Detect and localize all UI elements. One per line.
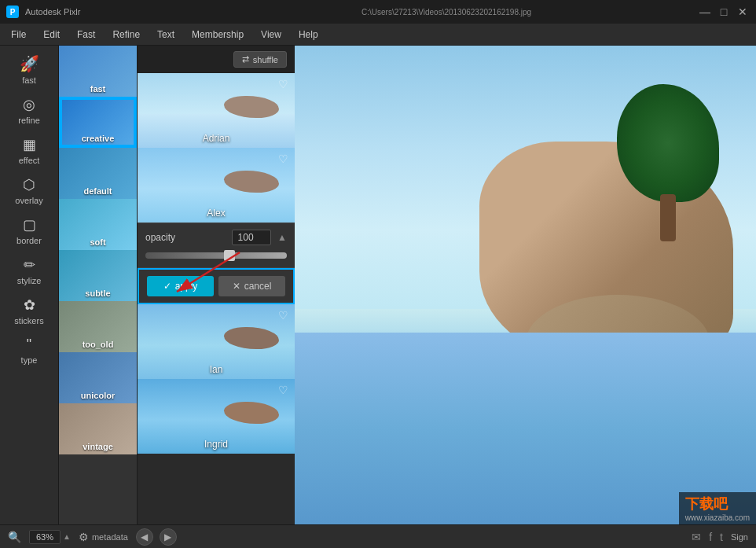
filter-thumb-ian[interactable]: ♡ Ian — [138, 304, 295, 379]
tool-stylize[interactable]: ✏ stylize — [2, 252, 57, 290]
tool-type[interactable]: " type — [2, 332, 57, 370]
apply-button[interactable]: ✓ apply — [147, 276, 214, 296]
filter-cat-fast[interactable]: fast — [59, 46, 137, 97]
menu-edit[interactable]: Edit — [35, 26, 68, 43]
cancel-label: cancel — [244, 281, 272, 292]
close-button[interactable]: ✕ — [736, 5, 750, 19]
filter-cat-default[interactable]: default — [59, 148, 137, 199]
tools-sidebar: 🚀 fast ◎ refine ▦ effect ⬡ overlay ▢ bor… — [0, 46, 59, 524]
watermark: 下载吧 www.xiazaiba.com — [679, 492, 756, 524]
email-icon[interactable]: ✉ — [692, 531, 701, 543]
filter-thumb-adrian[interactable]: ♡ Adrian — [138, 73, 295, 148]
nav-prev-button[interactable]: ◀ — [136, 528, 153, 546]
tool-effect[interactable]: ▦ effect — [2, 131, 57, 170]
opacity-slider[interactable] — [145, 252, 287, 259]
filter-thumb-adrian-label: Adrian — [138, 133, 295, 144]
filter-thumbnails[interactable]: ♡ Adrian ♡ Alex opacity ▲ — [138, 73, 295, 524]
heart-icon-adrian[interactable]: ♡ — [278, 78, 288, 90]
shuffle-label: shuffle — [253, 55, 278, 64]
canvas-scene — [295, 46, 756, 524]
menu-bar: File Edit Fast Refine Text Membership Vi… — [0, 24, 756, 46]
filter-cat-creative-label: creative — [82, 134, 115, 143]
canvas-tree-trunk — [660, 194, 676, 241]
menu-help[interactable]: Help — [291, 26, 326, 43]
cancel-button[interactable]: ✕ cancel — [218, 276, 285, 296]
menu-fast[interactable]: Fast — [69, 26, 103, 43]
filter-cat-creative[interactable]: creative — [59, 97, 137, 148]
canvas-area — [295, 46, 756, 524]
status-bar: 🔍 63% ▲ ⚙ metadata ◀ ▶ ✉ f t Sign — [0, 524, 756, 548]
zoom-control: 63% ▲ — [29, 530, 71, 544]
overlay-icon: ⬡ — [23, 176, 35, 193]
menu-text[interactable]: Text — [149, 26, 182, 43]
stickers-icon: ✿ — [24, 296, 35, 314]
filter-thumb-alex-label: Alex — [138, 208, 295, 219]
window-controls: — □ ✕ — [698, 5, 750, 19]
tool-type-label: type — [21, 355, 38, 365]
metadata-label: metadata — [92, 532, 128, 542]
watermark-text: 下载吧 — [685, 495, 750, 513]
heart-icon-ian[interactable]: ♡ — [278, 309, 288, 322]
tool-refine[interactable]: ◎ refine — [2, 91, 57, 130]
filter-cat-soft-label: soft — [90, 237, 105, 247]
minimize-button[interactable]: — — [698, 5, 712, 19]
title-bar: P Autodesk Pixlr C:\Users\27213\Videos\2… — [0, 0, 756, 24]
tool-border-label: border — [17, 236, 42, 245]
apply-label: apply — [175, 281, 198, 292]
opacity-label: opacity — [145, 232, 226, 243]
type-icon: " — [27, 337, 31, 353]
tool-stickers[interactable]: ✿ stickers — [2, 292, 57, 330]
shuffle-icon: ⇄ — [242, 54, 249, 64]
filter-thumb-ingrid[interactable]: ♡ Ingrid — [138, 379, 295, 454]
x-icon: ✕ — [233, 281, 240, 292]
opacity-panel: opacity ▲ — [138, 223, 295, 268]
filter-cat-unicolor[interactable]: unicolor — [59, 352, 137, 403]
menu-membership[interactable]: Membership — [184, 26, 251, 43]
sign-button[interactable]: Sign — [731, 532, 748, 542]
heart-icon-alex[interactable]: ♡ — [278, 153, 288, 165]
facebook-icon[interactable]: f — [709, 531, 712, 543]
shuffle-button[interactable]: ⇄ shuffle — [233, 51, 287, 68]
menu-file[interactable]: File — [3, 26, 34, 43]
nav-next-button[interactable]: ▶ — [160, 528, 177, 546]
filter-cat-vintage[interactable]: vintage — [59, 403, 137, 454]
opacity-input[interactable] — [232, 230, 271, 245]
file-path: C:\Users\27213\Videos\20130623202162198.… — [361, 8, 692, 17]
menu-view[interactable]: View — [253, 26, 289, 43]
zoom-arrow-up[interactable]: ▲ — [63, 532, 71, 541]
filter-panel: ⇄ shuffle ♡ Adrian — [138, 46, 295, 524]
filter-cat-fast-label: fast — [90, 84, 106, 94]
title-bar-text: Autodesk Pixlr — [25, 7, 355, 17]
twitter-icon[interactable]: t — [720, 531, 723, 543]
search-icon: 🔍 — [8, 531, 21, 543]
opacity-spinner-up[interactable]: ▲ — [277, 232, 287, 243]
status-icons: ✉ f t Sign — [692, 531, 748, 543]
menu-refine[interactable]: Refine — [105, 26, 148, 43]
filter-cat-too-old-label: too_old — [83, 340, 114, 349]
canvas-tree-foliage — [617, 84, 719, 202]
stylize-icon: ✏ — [24, 256, 35, 274]
tool-overlay-label: overlay — [15, 196, 42, 205]
metadata-button[interactable]: ⚙ metadata — [79, 531, 128, 543]
tool-stickers-label: stickers — [14, 316, 43, 325]
tool-effect-label: effect — [19, 156, 40, 165]
filter-thumb-alex[interactable]: ♡ Alex — [138, 148, 295, 223]
tool-fast[interactable]: 🚀 fast — [2, 50, 57, 90]
fast-icon: 🚀 — [20, 54, 39, 73]
app-icon: P — [6, 6, 19, 18]
heart-icon-ingrid[interactable]: ♡ — [278, 384, 288, 396]
tool-overlay[interactable]: ⬡ overlay — [2, 171, 57, 210]
filter-categories-sidebar: fast creative default soft subtle too_ol — [59, 46, 138, 524]
filter-cat-soft[interactable]: soft — [59, 199, 137, 250]
restore-button[interactable]: □ — [717, 5, 731, 19]
opacity-action-panel: opacity ▲ — [138, 223, 295, 304]
watermark-sub: www.xiazaiba.com — [685, 513, 750, 522]
tool-border[interactable]: ▢ border — [2, 211, 57, 250]
check-icon: ✓ — [163, 281, 171, 292]
filter-cat-too-old[interactable]: too_old — [59, 301, 137, 352]
filter-cat-default-label: default — [83, 186, 112, 196]
refine-icon: ◎ — [23, 96, 35, 113]
filter-cat-subtle[interactable]: subtle — [59, 250, 137, 301]
filter-thumb-ingrid-label: Ingrid — [138, 439, 295, 450]
action-buttons: ✓ apply ✕ cancel — [138, 268, 295, 304]
